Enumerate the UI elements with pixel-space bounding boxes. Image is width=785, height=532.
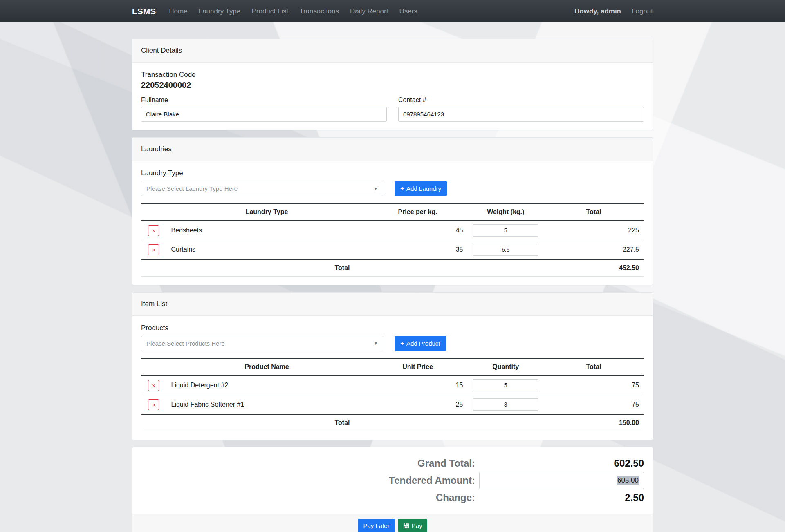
tendered-amount-label: Tendered Amount: xyxy=(389,475,475,486)
fullname-field-group: Fullname xyxy=(141,96,387,122)
client-details-header: Client Details xyxy=(132,39,653,63)
laundries-col-price: Price per kg. xyxy=(368,203,468,221)
contact-label: Contact # xyxy=(398,96,644,104)
laundries-total-label: Total xyxy=(141,259,543,277)
product-row-detergent: × Liquid Detergent #2 15 75 xyxy=(141,376,644,395)
fullname-input[interactable] xyxy=(141,107,387,122)
products-total-label: Total xyxy=(141,414,543,431)
tendered-amount-row: Tendered Amount: 605.00 xyxy=(141,472,644,489)
laundries-total-value: 452.50 xyxy=(543,259,644,277)
laundries-col-total: Total xyxy=(543,203,644,221)
product-name-cell: Liquid Fabric Softener #1 xyxy=(166,395,368,415)
tendered-amount-input[interactable]: 605.00 xyxy=(479,472,644,489)
products-table: Product Name Unit Price Quantity Total × xyxy=(141,358,644,431)
delete-product-row-button[interactable]: × xyxy=(148,399,159,410)
product-name-cell: Liquid Detergent #2 xyxy=(166,376,368,395)
laundries-total-row: Total 452.50 xyxy=(141,259,644,277)
brand-logo[interactable]: LSMS xyxy=(132,7,156,16)
client-fields-row: Fullname Contact # xyxy=(141,96,644,122)
change-value: 2.50 xyxy=(479,492,644,503)
product-qty-input[interactable] xyxy=(473,398,538,411)
product-qty-input[interactable] xyxy=(473,379,538,391)
payment-summary-card: Grand Total: 602.50 Tendered Amount: 605… xyxy=(132,447,653,532)
nav-item-laundry-type[interactable]: Laundry Type xyxy=(199,7,241,16)
laundries-header: Laundries xyxy=(132,138,653,161)
logout-link[interactable]: Logout xyxy=(632,7,653,16)
laundry-weight-input[interactable] xyxy=(473,244,538,256)
nav-item-users[interactable]: Users xyxy=(399,7,417,16)
contact-input[interactable] xyxy=(398,107,644,122)
payment-actions-footer: Pay Later Pay xyxy=(132,514,653,532)
laundry-type-label: Laundry Type xyxy=(141,169,644,177)
nav-links: Home Laundry Type Product List Transacti… xyxy=(169,7,574,16)
laundries-col-action xyxy=(141,203,166,221)
chevron-down-icon: ▼ xyxy=(374,341,378,346)
contact-field-group: Contact # xyxy=(398,96,644,122)
products-col-total: Total xyxy=(543,358,644,376)
x-icon: × xyxy=(152,228,155,234)
main-content: Client Details Transaction Code 22052400… xyxy=(0,22,785,532)
change-row: Change: 2.50 xyxy=(141,492,644,503)
item-list-card: Item List Products Please Select Product… xyxy=(132,292,653,440)
plus-icon: + xyxy=(400,185,404,192)
pay-label: Pay xyxy=(412,522,422,529)
products-col-price: Unit Price xyxy=(368,358,468,376)
products-select[interactable]: Please Select Products Here ▼ xyxy=(141,336,383,351)
product-row-softener: × Liquid Fabric Softener #1 25 75 xyxy=(141,395,644,415)
laundry-controls-row: Please Select Laundry Type Here ▼ + Add … xyxy=(141,181,644,196)
product-total-cell: 75 xyxy=(543,395,644,415)
add-laundry-button[interactable]: + Add Laundry xyxy=(395,181,447,196)
products-total-row: Total 150.00 xyxy=(141,414,644,431)
add-product-label: Add Product xyxy=(406,340,440,347)
transaction-code-label: Transaction Code xyxy=(141,71,644,79)
change-label: Change: xyxy=(436,492,475,503)
chevron-down-icon: ▼ xyxy=(374,186,378,191)
laundry-row-bedsheets: × Bedsheets 45 225 xyxy=(141,221,644,240)
pay-button[interactable]: Pay xyxy=(398,519,427,532)
product-controls-row: Please Select Products Here ▼ + Add Prod… xyxy=(141,336,644,351)
delete-laundry-row-button[interactable]: × xyxy=(148,225,159,236)
laundry-total-cell: 225 xyxy=(543,221,644,240)
product-total-cell: 75 xyxy=(543,376,644,395)
laundry-weight-input[interactable] xyxy=(473,224,538,237)
grand-total-label: Grand Total: xyxy=(417,458,475,469)
pay-later-button[interactable]: Pay Later xyxy=(358,519,395,532)
products-col-name: Product Name xyxy=(166,358,368,376)
nav-item-home[interactable]: Home xyxy=(169,7,187,16)
page-container: Client Details Transaction Code 22052400… xyxy=(132,22,653,532)
nav-item-transactions[interactable]: Transactions xyxy=(299,7,339,16)
products-total-value: 150.00 xyxy=(543,414,644,431)
laundry-price-cell: 45 xyxy=(368,221,468,240)
product-price-cell: 25 xyxy=(368,395,468,415)
delete-laundry-row-button[interactable]: × xyxy=(148,244,159,255)
x-icon: × xyxy=(152,247,155,253)
nav-item-product-list[interactable]: Product List xyxy=(251,7,288,16)
pay-later-label: Pay Later xyxy=(363,522,389,529)
x-icon: × xyxy=(152,382,155,389)
add-product-button[interactable]: + Add Product xyxy=(395,336,446,351)
client-details-body: Transaction Code 22052400002 Fullname Co… xyxy=(132,63,653,130)
item-list-body: Products Please Select Products Here ▼ +… xyxy=(132,316,653,440)
plus-icon: + xyxy=(400,340,404,347)
laundry-total-cell: 227.5 xyxy=(543,240,644,260)
laundries-table: Laundry Type Price per kg. Weight (kg.) … xyxy=(141,203,644,277)
x-icon: × xyxy=(152,402,155,408)
grand-total-row: Grand Total: 602.50 xyxy=(141,458,644,469)
products-select-placeholder: Please Select Products Here xyxy=(146,340,225,347)
products-label: Products xyxy=(141,324,644,332)
laundries-col-type: Laundry Type xyxy=(166,203,368,221)
save-icon xyxy=(403,523,409,529)
laundry-price-cell: 35 xyxy=(368,240,468,260)
laundry-type-cell: Bedsheets xyxy=(166,221,368,240)
products-col-action xyxy=(141,358,166,376)
item-list-header: Item List xyxy=(132,293,653,316)
laundry-type-cell: Curtains xyxy=(166,240,368,260)
delete-product-row-button[interactable]: × xyxy=(148,380,159,391)
products-table-header-row: Product Name Unit Price Quantity Total xyxy=(141,358,644,376)
navbar-right: Howdy, admin Logout xyxy=(574,7,653,16)
tendered-amount-value: 605.00 xyxy=(617,476,639,485)
user-greeting: Howdy, admin xyxy=(574,7,621,16)
nav-item-daily-report[interactable]: Daily Report xyxy=(350,7,388,16)
laundry-type-select[interactable]: Please Select Laundry Type Here ▼ xyxy=(141,181,383,196)
payment-summary-body: Grand Total: 602.50 Tendered Amount: 605… xyxy=(132,447,653,514)
